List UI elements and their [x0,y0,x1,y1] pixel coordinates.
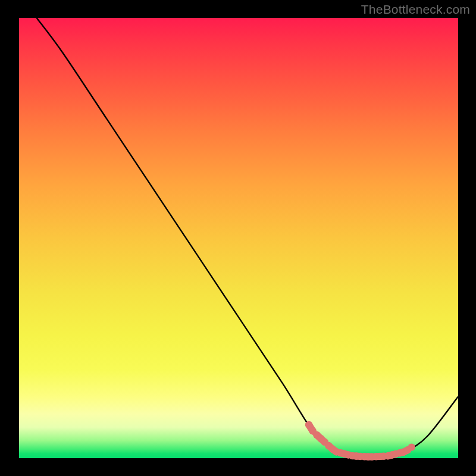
watermark-text: TheBottleneck.com [361,2,470,17]
chart-frame: TheBottleneck.com [0,0,476,476]
plot-gradient-area [19,18,458,458]
curve-svg [19,18,458,458]
svg-point-43 [408,443,415,450]
valley-highlight-dots [305,421,415,461]
bottleneck-curve-line [37,18,458,457]
